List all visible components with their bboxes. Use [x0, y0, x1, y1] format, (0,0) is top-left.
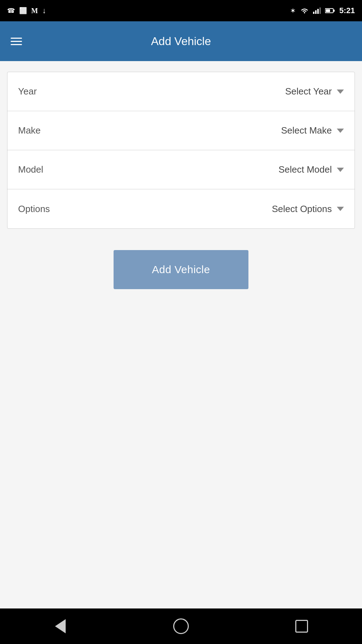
make-select[interactable]: Select Make: [281, 125, 344, 136]
signal-icon: [313, 7, 321, 14]
hamburger-line-2: [11, 41, 22, 42]
model-label: Model: [18, 164, 43, 175]
hamburger-line-1: [11, 38, 22, 39]
svg-rect-2: [315, 10, 317, 14]
year-select-text: Select Year: [285, 86, 332, 97]
options-select-text: Select Options: [272, 204, 332, 215]
status-bar: ☎ ⬜ M ↓ ✶ 5:21: [0, 0, 362, 21]
year-select[interactable]: Select Year: [285, 86, 344, 97]
vehicle-form-card: Year Select Year Make Select Make Model …: [7, 72, 355, 229]
image-icon: ⬜: [19, 7, 27, 15]
nav-home-button[interactable]: [170, 616, 192, 637]
add-vehicle-button[interactable]: Add Vehicle: [114, 250, 248, 289]
phone-icon: ☎: [7, 7, 15, 15]
hamburger-menu-icon[interactable]: [11, 38, 22, 45]
download-icon: ↓: [42, 6, 46, 15]
back-icon: [55, 619, 66, 633]
page-title: Add Vehicle: [33, 35, 329, 48]
svg-point-0: [304, 12, 305, 13]
make-row[interactable]: Make Select Make: [7, 111, 355, 150]
make-chevron-down-icon: [337, 129, 344, 133]
battery-icon: [325, 8, 335, 13]
svg-rect-1: [313, 12, 314, 14]
svg-rect-7: [334, 10, 335, 12]
model-select-text: Select Model: [279, 164, 332, 175]
make-label: Make: [18, 125, 41, 136]
toolbar: Add Vehicle: [0, 21, 362, 61]
nav-recent-button[interactable]: [291, 616, 312, 637]
model-select[interactable]: Select Model: [279, 164, 344, 175]
status-bar-left: ☎ ⬜ M ↓: [7, 6, 46, 15]
model-row[interactable]: Model Select Model: [7, 150, 355, 189]
main-content: Year Select Year Make Select Make Model …: [0, 61, 362, 608]
year-row[interactable]: Year Select Year: [7, 72, 355, 111]
svg-rect-4: [319, 7, 321, 14]
svg-rect-3: [317, 9, 319, 14]
recent-icon: [295, 620, 308, 633]
options-row[interactable]: Options Select Options: [7, 189, 355, 228]
wifi-icon: [300, 7, 309, 14]
svg-rect-6: [326, 9, 330, 12]
nav-back-button[interactable]: [50, 616, 71, 637]
home-icon: [173, 618, 189, 634]
year-chevron-down-icon: [337, 90, 344, 94]
status-bar-right: ✶ 5:21: [290, 6, 355, 15]
hamburger-line-3: [11, 44, 22, 45]
make-select-text: Select Make: [281, 125, 332, 136]
year-label: Year: [18, 86, 37, 97]
model-chevron-down-icon: [337, 168, 344, 172]
status-time: 5:21: [339, 6, 355, 15]
bluetooth-icon: ✶: [290, 6, 296, 15]
options-chevron-down-icon: [337, 207, 344, 211]
options-select[interactable]: Select Options: [272, 204, 344, 215]
options-label: Options: [18, 204, 50, 215]
nav-bar: [0, 608, 362, 644]
mail-icon: M: [31, 7, 38, 15]
